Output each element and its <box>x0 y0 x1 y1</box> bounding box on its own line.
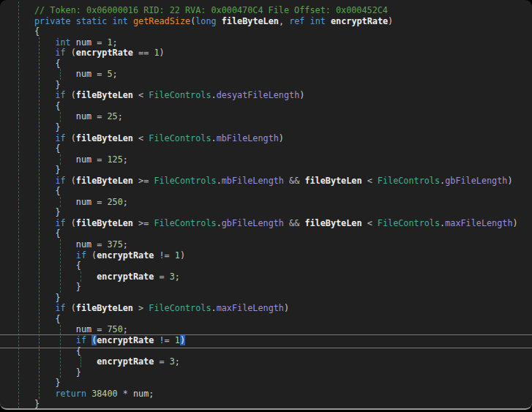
punctuation: . <box>217 218 222 228</box>
code-line[interactable]: if (fileByteLen >= FileControls.gbFileLe… <box>0 218 532 229</box>
code-line[interactable]: // Token: 0x06000016 RID: 22 RVA: 0x0004… <box>0 5 532 16</box>
code-line[interactable]: if (fileByteLen >= FileControls.mbFileLe… <box>0 176 532 187</box>
code-line[interactable]: num = 125; <box>0 154 532 165</box>
punctuation: { <box>55 143 60 154</box>
code-line[interactable]: if (encryptRate == 1) <box>0 48 532 59</box>
code-line[interactable]: } <box>0 122 532 133</box>
number-literal: 1 <box>107 37 112 48</box>
code-line[interactable]: { <box>0 59 532 70</box>
punctuation: { <box>55 101 60 111</box>
punctuation: ( <box>66 133 76 143</box>
code-line[interactable]: { <box>0 346 532 357</box>
code-line[interactable]: encryptRate = 3; <box>0 271 532 282</box>
code-line[interactable]: if (fileByteLen < FileControls.desyatFil… <box>0 90 532 101</box>
parameter: fileByteLen <box>76 90 133 100</box>
punctuation: { <box>76 346 81 356</box>
punctuation: } <box>55 165 60 175</box>
code-line[interactable]: { <box>0 26 532 37</box>
number-literal: 1 <box>175 250 180 261</box>
code-line[interactable]: { <box>0 228 532 239</box>
type-name: FileControls <box>378 176 440 186</box>
keyword: if <box>55 133 65 143</box>
number-literal: 125 <box>107 154 122 165</box>
code-line[interactable]: if (encryptRate != 1) <box>0 250 532 261</box>
punctuation: ( <box>86 250 97 261</box>
keyword: int <box>55 37 70 48</box>
field-name: gbFileLength <box>445 176 507 186</box>
code-line[interactable]: } <box>0 165 532 176</box>
code-line[interactable]: { <box>0 261 532 271</box>
number-literal: 38400 <box>91 389 118 399</box>
code-line[interactable]: encryptRate = 3; <box>0 356 532 367</box>
type-name: FileControls <box>149 90 211 100</box>
keyword: private <box>34 16 71 26</box>
punctuation: } <box>76 282 81 292</box>
punctuation: , <box>279 16 289 26</box>
punctuation: ( <box>66 90 76 100</box>
code-line[interactable]: } <box>0 367 532 378</box>
field-name: desyatFileLength <box>217 90 300 100</box>
code-line[interactable]: if (fileByteLen < FileControls.mbFileLen… <box>0 133 532 144</box>
code-text-area[interactable]: // Token: 0x06000016 RID: 22 RVA: 0x0004… <box>0 5 532 410</box>
punctuation: . <box>217 176 222 186</box>
parameter: encryptRate <box>97 250 154 261</box>
punctuation: ) <box>284 303 289 313</box>
parameter: encryptRate <box>97 335 154 345</box>
operator: != <box>154 250 174 261</box>
keyword: return <box>55 389 86 399</box>
keyword: int <box>310 16 326 26</box>
punctuation <box>326 16 331 26</box>
code-line-current[interactable]: if (encryptRate != 1) <box>0 335 532 346</box>
method-name: getReadSize <box>133 16 190 26</box>
punctuation: ) <box>299 90 304 100</box>
code-line[interactable]: { <box>0 101 532 112</box>
punctuation <box>304 16 310 26</box>
code-line[interactable]: num = 25; <box>0 111 532 122</box>
code-line[interactable]: { <box>0 186 532 197</box>
operator: = <box>91 37 107 48</box>
punctuation: ; <box>123 324 128 334</box>
operator: * <box>118 389 133 399</box>
code-line[interactable]: private static int getReadSize(long file… <box>0 16 532 27</box>
code-line[interactable]: num = 750; <box>0 324 532 335</box>
punctuation: ) <box>388 16 393 26</box>
code-line[interactable]: if (fileByteLen > FileControls.maxFileLe… <box>0 303 532 314</box>
code-line[interactable]: } <box>0 80 532 91</box>
keyword: if <box>55 218 65 228</box>
parameter: fileByteLen <box>76 133 133 143</box>
punctuation: ) <box>507 176 512 186</box>
code-line[interactable]: { <box>0 314 532 325</box>
code-line[interactable]: } <box>0 399 532 410</box>
punctuation: ; <box>123 197 128 207</box>
punctuation: } <box>55 207 60 217</box>
code-line[interactable]: } <box>0 282 532 293</box>
code-line[interactable]: num = 250; <box>0 197 532 208</box>
code-line[interactable]: } <box>0 293 532 304</box>
punctuation: ) <box>279 133 284 143</box>
operator: && <box>284 176 304 186</box>
code-line[interactable]: return 38400 * num; <box>0 389 532 400</box>
code-line[interactable]: num = 5; <box>0 69 532 80</box>
punctuation: ) <box>180 250 185 261</box>
operator: < <box>133 133 149 143</box>
code-line[interactable]: num = 375; <box>0 239 532 250</box>
keyword: if <box>55 90 65 100</box>
local-variable: num <box>76 239 91 250</box>
code-line[interactable]: int num = 1; <box>0 37 532 48</box>
number-literal: 25 <box>107 111 117 121</box>
comment: // Token: 0x06000016 RID: 22 RVA: 0x0004… <box>34 5 388 15</box>
code-line[interactable]: { <box>0 143 532 154</box>
punctuation: } <box>55 378 60 388</box>
type-name: FileControls <box>154 218 216 228</box>
code-line[interactable]: } <box>0 207 532 218</box>
punctuation <box>107 16 112 26</box>
operator: = <box>91 154 107 165</box>
punctuation: { <box>55 186 60 196</box>
operator: < <box>133 90 149 100</box>
keyword: static <box>76 16 108 26</box>
keyword: if <box>76 335 86 345</box>
code-editor[interactable]: // Token: 0x06000016 RID: 22 RVA: 0x0004… <box>0 0 532 410</box>
punctuation <box>71 37 76 48</box>
punctuation: . <box>211 303 217 313</box>
code-line[interactable]: } <box>0 378 532 389</box>
